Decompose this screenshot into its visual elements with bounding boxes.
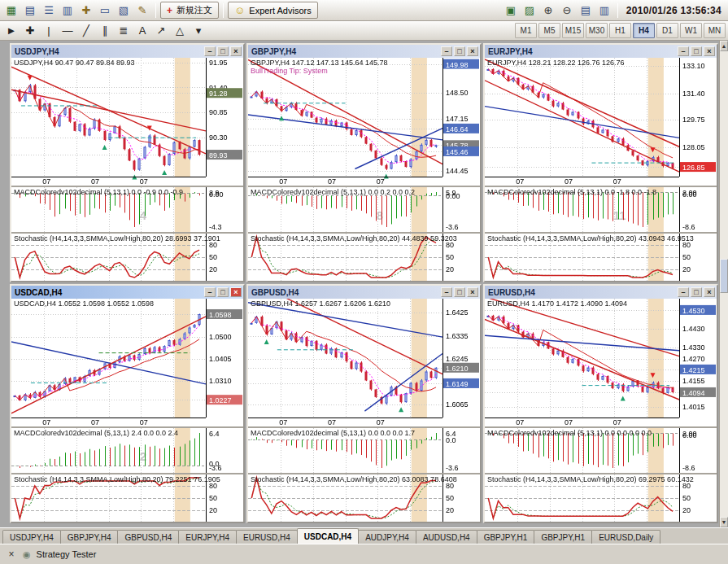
- timeframe-h1-button[interactable]: H1: [609, 23, 631, 38]
- chart-tab-audjpy-h4[interactable]: AUDJPY,H4: [358, 530, 416, 544]
- window-titlebar[interactable]: USDJPY,H4 –□×: [11, 45, 243, 58]
- timeframe-w1-button[interactable]: W1: [680, 23, 702, 38]
- chart-tab-usdcad-h4[interactable]: USDCAD,H4: [297, 528, 359, 544]
- navigator-icon[interactable]: ✚: [77, 2, 95, 19]
- maximize-button[interactable]: □: [454, 287, 465, 297]
- minimize-button[interactable]: –: [441, 287, 452, 297]
- scroll-down-arrow-icon[interactable]: ▼: [720, 517, 728, 527]
- chart-window-eurjpy-h4[interactable]: EURJPY,H4 –□× EURJPY,H4 128.21 128.22 12…: [483, 43, 718, 282]
- macd-canvas[interactable]: [485, 187, 717, 232]
- new-order-button[interactable]: +新規注文: [160, 2, 219, 19]
- timeframe-m30-button[interactable]: M30: [586, 23, 608, 38]
- scrollbar-thumb[interactable]: [720, 259, 728, 293]
- window-titlebar[interactable]: EURUSD,H4 –□×: [485, 286, 717, 299]
- timeframe-m15-button[interactable]: M15: [562, 23, 584, 38]
- window-titlebar[interactable]: USDCAD,H4 –□×: [11, 286, 243, 299]
- chart-tab-gbpjpy-h4[interactable]: GBPJPY,H4: [60, 530, 119, 544]
- timeframe-m1-button[interactable]: M1: [515, 23, 537, 38]
- cursor-icon[interactable]: ►: [2, 23, 20, 39]
- text-icon[interactable]: A: [133, 23, 151, 39]
- close-button[interactable]: ×: [704, 287, 715, 297]
- close-button[interactable]: ×: [230, 46, 242, 56]
- chart-tab-eurusd-h4[interactable]: EURUSD,H4: [236, 530, 298, 544]
- profiles-icon[interactable]: ▤: [21, 2, 39, 19]
- terminal-icon[interactable]: ▭: [96, 2, 114, 19]
- price-chart-canvas[interactable]: [485, 58, 717, 186]
- minimize-button[interactable]: –: [678, 287, 689, 297]
- chart-window-gbpjpy-h4[interactable]: GBPJPY,H4 –□× GBPJPY,H4 147.12 147.13 14…: [246, 43, 482, 282]
- new-chart-icon[interactable]: ▦: [2, 2, 20, 19]
- timeframe-mn-button[interactable]: MN: [704, 23, 726, 38]
- scroll-up-arrow-icon[interactable]: ▲: [720, 41, 728, 51]
- close-panel-icon[interactable]: ×: [6, 548, 17, 561]
- chart-tab-gbpjpy-h1[interactable]: GBPJPY,H1: [534, 530, 592, 544]
- close-button[interactable]: ×: [467, 46, 478, 56]
- zoom-out-icon[interactable]: ⊖: [558, 2, 576, 19]
- strategy-tester-toolbar-icon[interactable]: ▧: [115, 2, 133, 19]
- chart-window-usdjpy-h4[interactable]: USDJPY,H4 –□× USDJPY,H4 90.47 90.47 89.8…: [10, 43, 245, 282]
- price-chart-canvas[interactable]: [11, 58, 243, 186]
- data-window-icon[interactable]: ▥: [59, 2, 76, 19]
- maximize-button[interactable]: □: [217, 287, 229, 297]
- minimize-button[interactable]: –: [204, 287, 216, 297]
- window-titlebar[interactable]: GBPJPY,H4 –□×: [248, 45, 480, 58]
- chart-window-gbpusd-h4[interactable]: GBPUSD,H4 –□× GBPUSD,H4 1.6257 1.6267 1.…: [246, 284, 482, 523]
- close-button[interactable]: ×: [704, 46, 715, 56]
- market-watch-icon[interactable]: ☰: [40, 2, 58, 19]
- chart-window-usdcad-h4[interactable]: USDCAD,H4 –□× USDCAD,H4 1.0552 1.0598 1.…: [10, 284, 245, 523]
- expert-advisors-button[interactable]: ☺Expert Advisors: [228, 2, 318, 19]
- stochastic-canvas[interactable]: [248, 234, 480, 281]
- tile-horizontally-icon[interactable]: ▤: [577, 2, 595, 19]
- metaeditor-icon[interactable]: ✎: [133, 2, 151, 19]
- timeframe-h4-button[interactable]: H4: [633, 23, 655, 38]
- price-chart-canvas[interactable]: [485, 299, 717, 426]
- equidistant-channel-icon[interactable]: ∥: [96, 23, 114, 39]
- stochastic-canvas[interactable]: [485, 234, 717, 281]
- maximize-button[interactable]: □: [454, 46, 465, 56]
- fibonacci-retracement-icon[interactable]: ≣: [115, 23, 133, 39]
- price-chart-canvas[interactable]: [11, 299, 243, 426]
- shapes-icon[interactable]: △: [171, 23, 189, 39]
- macd-canvas[interactable]: [11, 428, 243, 473]
- chart-tab-gbpusd-h4[interactable]: GBPUSD,H4: [117, 530, 179, 544]
- macd-canvas[interactable]: [248, 428, 480, 473]
- arrows-icon[interactable]: ↗: [152, 23, 170, 39]
- tile-vertically-icon[interactable]: ▥: [595, 2, 613, 19]
- vertical-line-icon[interactable]: |: [40, 23, 58, 39]
- price-chart-canvas[interactable]: [248, 299, 480, 426]
- crosshair-icon[interactable]: ✚: [21, 23, 39, 39]
- stochastic-canvas[interactable]: [11, 474, 243, 522]
- stochastic-canvas[interactable]: [248, 474, 480, 522]
- macd-canvas[interactable]: [11, 187, 243, 232]
- cascade-windows-icon[interactable]: ▨: [521, 2, 538, 19]
- vertical-scrollbar[interactable]: ▲ ▼: [719, 41, 728, 527]
- macd-canvas[interactable]: [248, 187, 480, 232]
- chart-window-eurusd-h4[interactable]: EURUSD,H4 –□× EURUSD,H4 1.4170 1.4172 1.…: [483, 284, 718, 523]
- window-titlebar[interactable]: GBPUSD,H4 –□×: [248, 286, 480, 299]
- chart-tab-gbpjpy-h1[interactable]: GBPJPY,H1: [477, 530, 535, 544]
- chart-tab-eurjpy-h4[interactable]: EURJPY,H4: [178, 530, 237, 544]
- chart-tab-eurusd-daily[interactable]: EURUSD,Daily: [591, 530, 660, 544]
- stochastic-canvas[interactable]: [485, 474, 717, 522]
- minimize-button[interactable]: –: [678, 46, 689, 56]
- stochastic-canvas[interactable]: [11, 234, 243, 281]
- tile-windows-icon[interactable]: ▣: [502, 2, 520, 19]
- timeframe-d1-button[interactable]: D1: [656, 23, 678, 38]
- trendline-icon[interactable]: ╱: [77, 23, 95, 39]
- horizontal-line-icon[interactable]: —: [59, 23, 76, 39]
- indicators-dropdown-icon[interactable]: ▾: [190, 23, 207, 39]
- minimize-button[interactable]: –: [441, 46, 452, 56]
- timeframe-m5-button[interactable]: M5: [538, 23, 560, 38]
- maximize-button[interactable]: □: [217, 46, 229, 56]
- minimize-button[interactable]: –: [204, 46, 216, 56]
- zoom-in-icon[interactable]: ⊕: [539, 2, 557, 19]
- price-chart-canvas[interactable]: [248, 58, 480, 186]
- window-titlebar[interactable]: EURJPY,H4 –□×: [485, 45, 717, 58]
- chart-tab-audusd-h4[interactable]: AUDUSD,H4: [416, 530, 477, 544]
- macd-canvas[interactable]: [485, 428, 717, 473]
- maximize-button[interactable]: □: [691, 287, 702, 297]
- close-button[interactable]: ×: [230, 287, 242, 297]
- close-button[interactable]: ×: [467, 287, 478, 297]
- chart-tab-usdjpy-h4[interactable]: USDJPY,H4: [2, 530, 61, 544]
- maximize-button[interactable]: □: [691, 46, 702, 56]
